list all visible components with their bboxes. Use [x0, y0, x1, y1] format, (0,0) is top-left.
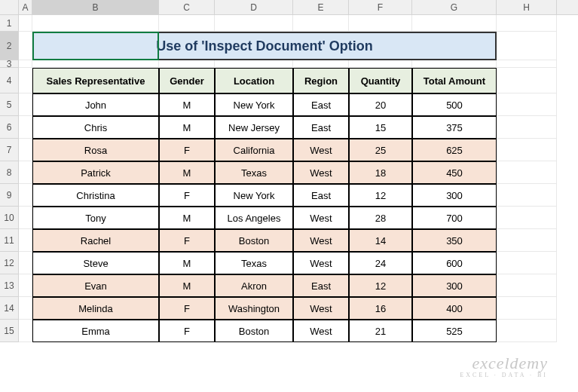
cell[interactable]: [159, 60, 215, 68]
cell-region[interactable]: East: [293, 93, 349, 116]
cell-region[interactable]: West: [293, 207, 349, 229]
row-header-10[interactable]: 10: [0, 207, 19, 229]
col-header-f[interactable]: F: [349, 0, 412, 14]
cell-total[interactable]: 625: [412, 139, 497, 161]
cell[interactable]: [19, 139, 32, 161]
cell-total[interactable]: 300: [412, 184, 497, 207]
cell-quantity[interactable]: 20: [349, 93, 412, 116]
cell-quantity[interactable]: 12: [349, 274, 412, 297]
cell-quantity[interactable]: 16: [349, 297, 412, 320]
cell[interactable]: [19, 320, 32, 342]
cell[interactable]: [19, 15, 32, 32]
cell-rep[interactable]: Christina: [32, 184, 159, 207]
cell-total[interactable]: 400: [412, 297, 497, 320]
cell-quantity[interactable]: 15: [349, 116, 412, 139]
cell-location[interactable]: Texas: [215, 252, 293, 274]
cell-total[interactable]: 375: [412, 116, 497, 139]
cell[interactable]: [19, 184, 32, 207]
cell-location[interactable]: Los Angeles: [215, 207, 293, 229]
cell-total[interactable]: 600: [412, 252, 497, 274]
page-title[interactable]: Use of 'Inspect Document' Option: [32, 32, 497, 60]
cell[interactable]: [19, 274, 32, 297]
row-header-9[interactable]: 9: [0, 184, 19, 207]
cell-gender[interactable]: M: [159, 207, 215, 229]
cell-location[interactable]: New Jersey: [215, 116, 293, 139]
row-header-4[interactable]: 4: [0, 68, 19, 93]
cell[interactable]: [19, 32, 32, 60]
row-header-15[interactable]: 15: [0, 320, 19, 342]
grid[interactable]: Use of 'Inspect Document' Option Sales R…: [19, 15, 578, 342]
table-header-quantity[interactable]: Quantity: [349, 68, 412, 93]
cell-rep[interactable]: Evan: [32, 274, 159, 297]
row-header-12[interactable]: 12: [0, 252, 19, 274]
cell-location[interactable]: New York: [215, 93, 293, 116]
row-header-3[interactable]: 3: [0, 60, 19, 68]
cell[interactable]: [19, 68, 32, 93]
cell[interactable]: [412, 60, 497, 68]
cell[interactable]: [497, 68, 557, 93]
cell-region[interactable]: West: [293, 161, 349, 184]
cell-rep[interactable]: Patrick: [32, 161, 159, 184]
cell[interactable]: [19, 297, 32, 320]
cell[interactable]: [497, 184, 557, 207]
cell-location[interactable]: Boston: [215, 320, 293, 342]
select-all-corner[interactable]: [0, 0, 19, 14]
row-header-2[interactable]: 2: [0, 32, 19, 60]
cell-gender[interactable]: M: [159, 161, 215, 184]
col-header-e[interactable]: E: [293, 0, 349, 14]
col-header-b[interactable]: B: [32, 0, 159, 14]
cell-gender[interactable]: M: [159, 252, 215, 274]
cell-location[interactable]: New York: [215, 184, 293, 207]
row-header-13[interactable]: 13: [0, 274, 19, 297]
cell-quantity[interactable]: 21: [349, 320, 412, 342]
cell-quantity[interactable]: 25: [349, 139, 412, 161]
row-header-1[interactable]: 1: [0, 15, 19, 32]
cell-region[interactable]: West: [293, 252, 349, 274]
cell-rep[interactable]: Chris: [32, 116, 159, 139]
cell-gender[interactable]: F: [159, 320, 215, 342]
cell-rep[interactable]: Rosa: [32, 139, 159, 161]
col-header-d[interactable]: D: [215, 0, 293, 14]
cell[interactable]: [19, 60, 32, 68]
row-header-6[interactable]: 6: [0, 116, 19, 139]
cell[interactable]: [497, 274, 557, 297]
row-header-14[interactable]: 14: [0, 297, 19, 320]
col-header-h[interactable]: H: [497, 0, 557, 14]
cell[interactable]: [497, 161, 557, 184]
cell-total[interactable]: 300: [412, 274, 497, 297]
cell-rep[interactable]: John: [32, 93, 159, 116]
cell-rep[interactable]: Melinda: [32, 297, 159, 320]
cell-quantity[interactable]: 12: [349, 184, 412, 207]
cell[interactable]: [159, 15, 215, 32]
cell[interactable]: [32, 60, 159, 68]
cell-location[interactable]: Boston: [215, 229, 293, 252]
row-header-11[interactable]: 11: [0, 229, 19, 252]
cell[interactable]: [497, 93, 557, 116]
cell[interactable]: [19, 207, 32, 229]
cell[interactable]: [497, 139, 557, 161]
cell[interactable]: [497, 15, 557, 32]
cell[interactable]: [497, 32, 557, 60]
cell[interactable]: [293, 60, 349, 68]
cell-region[interactable]: West: [293, 139, 349, 161]
cell-region[interactable]: West: [293, 297, 349, 320]
cell-region[interactable]: East: [293, 274, 349, 297]
cell[interactable]: [497, 229, 557, 252]
cell-gender[interactable]: M: [159, 93, 215, 116]
cell-total[interactable]: 525: [412, 320, 497, 342]
cell[interactable]: [32, 15, 159, 32]
cell-gender[interactable]: F: [159, 297, 215, 320]
cell[interactable]: [19, 161, 32, 184]
cell-gender[interactable]: F: [159, 229, 215, 252]
cell[interactable]: [19, 229, 32, 252]
cell-gender[interactable]: F: [159, 184, 215, 207]
cell[interactable]: [19, 116, 32, 139]
cell-rep[interactable]: Rachel: [32, 229, 159, 252]
cell-region[interactable]: East: [293, 184, 349, 207]
cell-location[interactable]: California: [215, 139, 293, 161]
cell-gender[interactable]: F: [159, 139, 215, 161]
table-header-total[interactable]: Total Amount: [412, 68, 497, 93]
cell-region[interactable]: West: [293, 229, 349, 252]
cell-location[interactable]: Texas: [215, 161, 293, 184]
cell[interactable]: [497, 297, 557, 320]
